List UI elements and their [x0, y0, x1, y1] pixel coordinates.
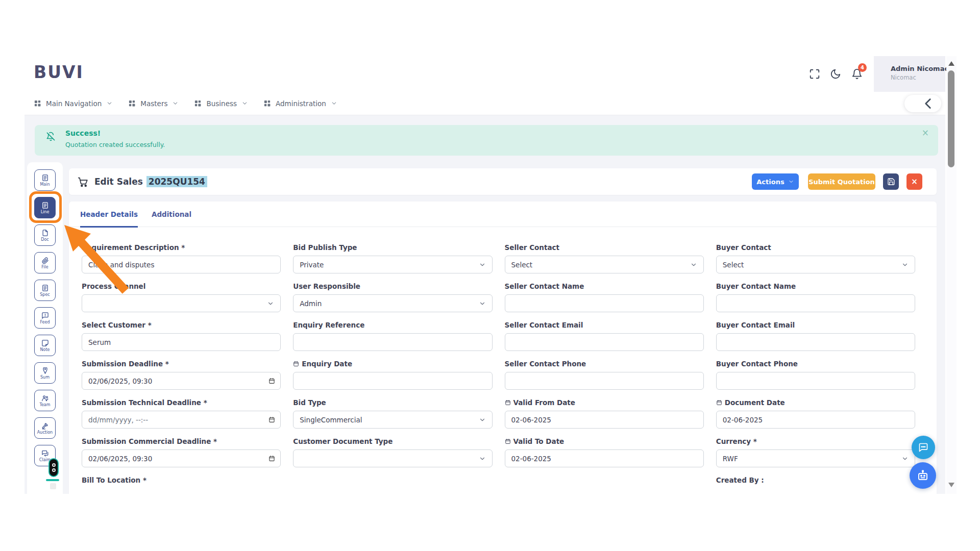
sidebar-item-auction[interactable]: Auction — [34, 417, 56, 439]
sidebar-item-label: Note — [40, 347, 50, 352]
close-button[interactable]: × — [906, 173, 922, 190]
seller-contact-select[interactable]: Select — [505, 256, 704, 273]
bid-type-select[interactable]: SingleCommercial — [293, 411, 492, 429]
enquiry-date-label: Enquiry Date — [293, 359, 492, 369]
chat-icon — [41, 449, 49, 457]
document-date-label: Document Date — [716, 397, 915, 408]
submission-commercial-deadline-label: Submission Commercial Deadline * — [82, 436, 281, 446]
valid-to-date-label: Valid To Date — [505, 436, 704, 446]
fullscreen-icon[interactable] — [809, 68, 820, 80]
bid-publish-type-select[interactable]: Private — [293, 256, 492, 273]
process-channel-select[interactable] — [82, 294, 281, 312]
sidebar-item-feed[interactable]: Feed — [34, 307, 56, 329]
submit-quotation-button[interactable]: Submit Quotation — [808, 173, 875, 190]
form-icon — [41, 174, 49, 182]
bill-to-location-label: Bill To Location * — [82, 475, 281, 485]
nav-item-administration[interactable]: Administration — [263, 99, 337, 108]
customer-document-type-select[interactable] — [293, 449, 492, 467]
sidebar-item-label: File — [41, 265, 48, 269]
submission-deadline-label: Submission Deadline * — [82, 359, 281, 369]
chat-fab-button[interactable] — [912, 436, 935, 459]
tab-header-details[interactable]: Header Details — [80, 202, 138, 227]
customer-document-type-label: Customer Document Type — [293, 436, 492, 446]
user-menu[interactable]: Admin Nicomac Nicomac — [874, 56, 945, 92]
buyer-contact-email-input[interactable] — [716, 333, 915, 351]
valid-from-date-label: Valid From Date — [505, 397, 704, 408]
calendar-icon — [505, 438, 511, 444]
chevron-down-icon — [241, 100, 248, 107]
success-alert: Success! Quotation created successfully.… — [35, 125, 938, 156]
buyer-contact-name-label: Buyer Contact Name — [716, 281, 915, 291]
valid-to-date-input[interactable]: 02-06-2025 — [505, 449, 704, 467]
calendar-picker-icon[interactable] — [268, 378, 275, 384]
calendar-picker-icon[interactable] — [268, 416, 275, 423]
calendar-picker-icon[interactable] — [268, 455, 275, 462]
message-icon — [41, 312, 49, 319]
buyer-contact-select[interactable]: Select — [716, 256, 915, 273]
scroll-up-arrow[interactable] — [948, 61, 954, 66]
enquiry-date-input[interactable] — [293, 372, 492, 390]
sidebar-item-doc[interactable]: Doc — [34, 224, 56, 246]
seller-contact-email-input[interactable] — [505, 333, 704, 351]
seller-contact-name-label: Seller Contact Name — [505, 281, 704, 291]
buyer-contact-name-input[interactable] — [716, 294, 915, 312]
scrollbar-thumb[interactable] — [948, 70, 954, 167]
nav-item-label: Masters — [140, 99, 167, 108]
chevron-down-icon — [479, 300, 486, 307]
sidebar-item-sum[interactable]: Sum — [34, 362, 56, 384]
form-icon — [41, 202, 49, 209]
enquiry-reference-input[interactable] — [293, 333, 492, 351]
buyer-contact-phone-label: Buyer Contact Phone — [716, 359, 915, 369]
buyer-contact-phone-input[interactable] — [716, 372, 915, 390]
nav-item-label: Administration — [276, 99, 326, 108]
grid-icon — [194, 99, 202, 107]
scroll-down-arrow[interactable] — [948, 483, 954, 487]
sidebar-item-main[interactable]: Main — [34, 169, 56, 191]
user-org: Nicomac — [891, 74, 941, 81]
seller-contact-phone-input[interactable] — [505, 372, 704, 390]
nav-item-main-navigation[interactable]: Main Navigation — [34, 99, 113, 108]
valid-from-date-input[interactable]: 02-06-2025 — [505, 411, 704, 429]
user-responsible-select[interactable]: Admin — [293, 294, 492, 312]
currency-select[interactable]: RWF — [716, 449, 915, 467]
robot-fab-button[interactable] — [910, 462, 936, 489]
chat-dots-icon — [918, 442, 928, 453]
save-button[interactable] — [883, 173, 899, 190]
document-date-input[interactable]: 02-06-2025 — [716, 411, 915, 429]
chevron-down-icon — [479, 261, 486, 268]
sidebar-item-spec[interactable]: Spec — [34, 280, 56, 301]
submission-deadline-input[interactable]: 02/06/2025, 09:30 — [82, 372, 281, 390]
submission-commercial-deadline-input[interactable]: 02/06/2025, 09:30 — [82, 449, 281, 467]
submission-technical-deadline-label: Submission Technical Deadline * — [82, 397, 281, 408]
select-customer-label: Select Customer * — [82, 320, 281, 330]
requirement-description-label: Requirement Description * — [82, 242, 281, 253]
submission-technical-deadline-input[interactable]: dd/mm/yyyy, --:-- — [82, 411, 281, 429]
alert-title: Success! — [65, 129, 101, 137]
seller-contact-name-input[interactable] — [505, 294, 704, 312]
alert-close-icon[interactable]: × — [922, 128, 929, 138]
sidebar-item-line[interactable]: Line — [34, 197, 56, 218]
chevron-down-icon — [479, 455, 486, 462]
user-responsible-label: User Responsible — [293, 281, 492, 291]
sidebar-item-note[interactable]: Note — [34, 335, 56, 356]
form-icon — [41, 284, 49, 292]
sidebar-item-team[interactable]: Team — [34, 390, 56, 411]
tab-additional[interactable]: Additional — [152, 202, 191, 227]
sidebar-item-label: Feed — [40, 320, 50, 324]
select-customer-input[interactable]: Serum — [82, 333, 281, 351]
nav-item-masters[interactable]: Masters — [128, 99, 179, 108]
sidebar-item-label: Doc — [41, 237, 48, 242]
chevron-down-icon — [690, 261, 697, 268]
chevron-down-icon — [267, 300, 274, 307]
sidebar-item-file[interactable]: File — [34, 252, 56, 273]
grid-icon — [34, 99, 41, 107]
moon-icon[interactable] — [830, 68, 841, 80]
actions-button[interactable]: Actions — [752, 173, 799, 190]
user-name: Admin Nicomac — [891, 65, 941, 72]
document-number: 2025QU154 — [146, 176, 207, 187]
buyer-contact-label: Buyer Contact — [716, 242, 915, 253]
requirement-description-input[interactable]: Claim and disputes — [82, 256, 281, 273]
page-header-card: Edit Sales 2025QU154 Actions Submit Quot… — [69, 168, 937, 195]
nav-item-business[interactable]: Business — [194, 99, 248, 108]
nav-collapse-button[interactable] — [904, 95, 941, 112]
